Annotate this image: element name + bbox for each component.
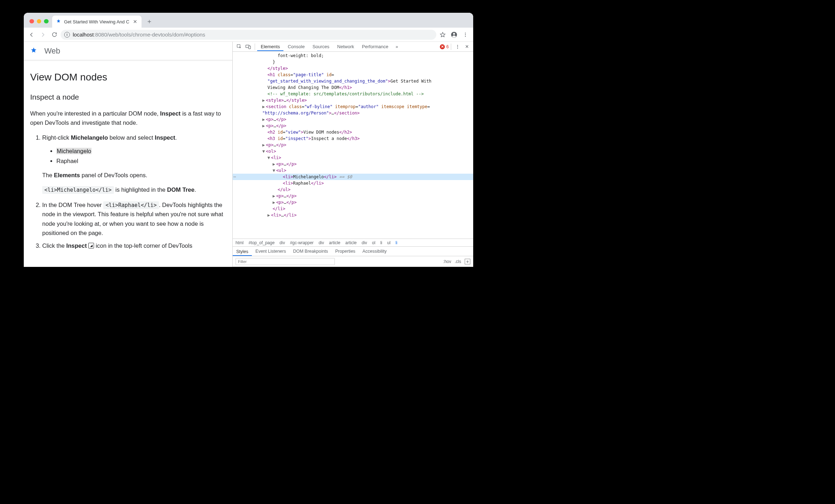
bookmark-icon[interactable] xyxy=(438,30,448,40)
profile-icon[interactable] xyxy=(449,30,459,40)
svg-point-8 xyxy=(457,45,458,45)
inspect-element-icon[interactable] xyxy=(235,43,243,51)
url-input[interactable]: i localhost:8080/web/tools/chrome-devtoo… xyxy=(61,30,436,40)
list-item[interactable]: Raphael xyxy=(56,156,226,166)
tab-styles[interactable]: Styles xyxy=(233,247,252,256)
reload-button[interactable] xyxy=(49,30,59,40)
dom-breadcrumb[interactable]: html #top_of_page div #gc-wrapper div ar… xyxy=(233,239,473,246)
svg-point-1 xyxy=(453,33,455,34)
devtools-toolbar: Elements Console Sources Network Perform… xyxy=(233,42,473,52)
devtools-menu-icon[interactable] xyxy=(453,43,462,51)
new-tab-button[interactable]: ＋ xyxy=(144,16,154,26)
url-text: localhost:8080/web/tools/chrome-devtools… xyxy=(73,32,205,38)
tab-accessibility[interactable]: Accessibility xyxy=(359,247,390,256)
tab-event-listeners[interactable]: Event Listeners xyxy=(252,247,289,256)
close-tab-icon[interactable]: ✕ xyxy=(132,19,138,24)
step-1-result-2: <li>Michelangelo</li> is highlighted in … xyxy=(42,185,226,195)
window-controls xyxy=(27,19,52,28)
intro-paragraph: When you're interested in a particular D… xyxy=(30,109,226,127)
page-logo-icon xyxy=(29,47,38,55)
back-button[interactable] xyxy=(27,30,37,40)
new-style-rule-icon[interactable]: + xyxy=(465,259,470,264)
tab-console[interactable]: Console xyxy=(284,42,308,51)
dom-tree[interactable]: font-weight: bold; } </style> <h1 class=… xyxy=(233,52,473,239)
tab-dom-breakpoints[interactable]: DOM Breakpoints xyxy=(289,247,332,256)
page-viewport: Web View DOM nodes Inspect a node When y… xyxy=(24,42,232,267)
device-toolbar-icon[interactable] xyxy=(244,43,253,51)
menu-icon[interactable] xyxy=(460,30,470,40)
tab-properties[interactable]: Properties xyxy=(332,247,359,256)
svg-point-10 xyxy=(457,47,458,48)
step-3: Click the Inspect icon in the top-left c… xyxy=(42,241,226,250)
error-counter[interactable]: ✕ 6 xyxy=(440,44,449,49)
page-h2: Inspect a node xyxy=(30,93,226,101)
styles-pane: :hov .cls + xyxy=(233,256,473,267)
selected-dom-node[interactable]: ⋯ <li>Michelangelo</li> == $0 xyxy=(233,174,473,180)
devtools-panel: Elements Console Sources Network Perform… xyxy=(232,42,473,267)
maximize-window-button[interactable] xyxy=(44,19,49,24)
site-info-icon[interactable]: i xyxy=(64,32,70,38)
browser-tab[interactable]: Get Started With Viewing And C ✕ xyxy=(52,16,142,28)
list-item[interactable]: Michelangelo xyxy=(56,146,226,156)
tab-strip: Get Started With Viewing And C ✕ ＋ xyxy=(24,13,473,28)
styles-tabs: Styles Event Listeners DOM Breakpoints P… xyxy=(233,246,473,256)
browser-window: Get Started With Viewing And C ✕ ＋ i loc… xyxy=(24,13,473,267)
close-devtools-icon[interactable]: ✕ xyxy=(463,43,471,51)
cls-toggle[interactable]: .cls xyxy=(455,259,461,264)
tab-network[interactable]: Network xyxy=(334,42,358,51)
tab-elements[interactable]: Elements xyxy=(257,42,283,51)
address-bar: i localhost:8080/web/tools/chrome-devtoo… xyxy=(24,28,473,42)
page-brand: Web xyxy=(44,46,60,56)
tab-favicon-icon xyxy=(56,19,61,24)
hov-toggle[interactable]: :hov xyxy=(443,259,451,264)
error-icon: ✕ xyxy=(440,44,445,49)
styles-filter-input[interactable] xyxy=(236,258,335,265)
tab-performance[interactable]: Performance xyxy=(358,42,392,51)
tab-title: Get Started With Viewing And C xyxy=(64,19,129,24)
svg-point-3 xyxy=(465,34,466,35)
page-body: View DOM nodes Inspect a node When you'r… xyxy=(24,60,232,260)
close-window-button[interactable] xyxy=(29,19,34,24)
svg-point-4 xyxy=(465,36,466,37)
page-header: Web xyxy=(24,42,232,60)
step-1: Right-click Michelangelo below and selec… xyxy=(42,133,226,195)
minimize-window-button[interactable] xyxy=(37,19,42,24)
svg-rect-7 xyxy=(249,46,251,49)
svg-point-2 xyxy=(465,33,466,33)
inspect-cursor-icon xyxy=(88,243,94,248)
forward-button[interactable] xyxy=(38,30,48,40)
tab-sources[interactable]: Sources xyxy=(309,42,333,51)
step-2: In the DOM Tree hover <li>Raphael</li>. … xyxy=(42,200,226,238)
svg-point-9 xyxy=(457,46,458,47)
more-tabs-icon[interactable]: » xyxy=(393,43,401,51)
page-h1: View DOM nodes xyxy=(30,72,226,83)
step-1-result-1: The Elements panel of DevTools opens. xyxy=(42,171,226,180)
